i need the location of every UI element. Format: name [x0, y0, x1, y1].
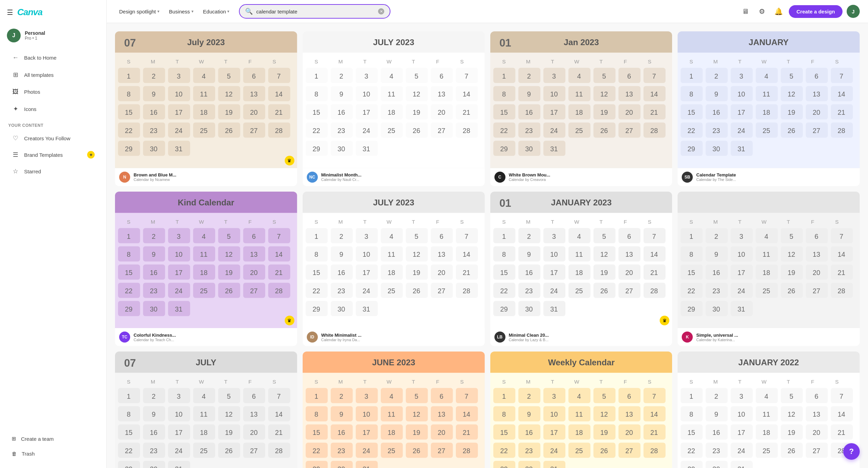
svg-text:M: M: [713, 59, 718, 64]
svg-text:5: 5: [789, 232, 793, 240]
sidebar-item-icons[interactable]: ✦ Icons: [3, 101, 103, 117]
template-card[interactable]: JULY 2023 SMTWTFS 1 2 3 4 5 6 7 8 9 10 1…: [303, 192, 485, 346]
search-bar[interactable]: 🔍 ✕: [239, 4, 390, 19]
sidebar-item-brand-templates[interactable]: ☰ Brand Templates ★: [3, 147, 103, 162]
user-avatar-top[interactable]: J: [847, 5, 860, 18]
template-card[interactable]: JANUARY SMTWTFS 1 2 3 4 5 6 7 8 9 10 11 …: [678, 31, 860, 186]
template-card[interactable]: JUNE 2023 SMTWTFS 1 2 3 4 5 6 7 8 9 10 1…: [303, 352, 485, 468]
svg-text:19: 19: [225, 429, 232, 436]
template-card[interactable]: 01 JANUARY 2023 SMTWTFS 1 2 3 4 5 6 7 8 …: [490, 192, 672, 346]
svg-text:16: 16: [525, 269, 533, 276]
svg-text:22: 22: [125, 127, 133, 134]
sidebar-item-trash[interactable]: 🗑 Trash: [3, 447, 103, 460]
template-card[interactable]: JANUARY 2022 SMTWTFS 1 2 3 4 5 6 7 8 9 1…: [678, 352, 860, 468]
sidebar-item-create-team[interactable]: ⊞ Create a team: [3, 432, 103, 446]
create-design-button[interactable]: Create a design: [789, 5, 843, 18]
svg-text:20: 20: [250, 429, 258, 436]
svg-text:18: 18: [575, 109, 583, 116]
svg-text:15: 15: [688, 109, 695, 116]
svg-text:26: 26: [412, 447, 420, 455]
svg-text:24: 24: [550, 447, 558, 455]
svg-text:19: 19: [412, 429, 420, 436]
svg-text:T: T: [412, 218, 415, 224]
template-thumbnail: JULY 2023 SMTWTFS 1 2 3 4 5 6 7 8 9 10 1…: [303, 31, 485, 168]
sidebar-item-creators-you-follow[interactable]: ♡ Creators You Follow: [3, 131, 103, 146]
svg-text:11: 11: [200, 90, 208, 98]
help-button[interactable]: ?: [843, 443, 860, 460]
svg-text:10: 10: [550, 411, 558, 418]
template-card[interactable]: 07 July 2023 SMTWTFS 1 2 3 4 5 6 7 8 9 1…: [115, 31, 297, 186]
svg-text:6: 6: [439, 393, 443, 400]
svg-text:31: 31: [363, 145, 370, 153]
svg-text:5: 5: [227, 232, 231, 240]
sidebar-item-back-home[interactable]: ← Back to Home: [3, 50, 103, 65]
brand-icon: ☰: [12, 151, 19, 159]
svg-text:8: 8: [502, 251, 506, 258]
search-input[interactable]: [256, 9, 375, 14]
bell-icon[interactable]: 🔔: [772, 5, 785, 18]
svg-text:8: 8: [502, 90, 506, 98]
svg-text:9: 9: [339, 90, 343, 98]
svg-text:12: 12: [412, 411, 420, 418]
svg-text:F: F: [436, 379, 439, 385]
svg-text:12: 12: [600, 251, 608, 258]
template-name: Minimal Clean 20...: [509, 333, 549, 338]
svg-text:18: 18: [200, 429, 208, 436]
svg-text:28: 28: [275, 287, 283, 295]
hamburger-icon[interactable]: ☰: [7, 8, 13, 17]
svg-text:16: 16: [150, 269, 157, 276]
svg-text:T: T: [738, 218, 742, 224]
svg-text:29: 29: [125, 305, 133, 313]
nav-link-business[interactable]: Business ▾: [165, 6, 198, 17]
monitor-icon[interactable]: 🖥: [739, 5, 752, 18]
svg-text:10: 10: [175, 411, 182, 418]
svg-text:5: 5: [789, 72, 793, 80]
svg-text:11: 11: [387, 411, 395, 418]
svg-text:5: 5: [415, 72, 418, 80]
template-card[interactable]: SMTWTFS 1 2 3 4 5 6 7 8 9 10 11 12 13 14…: [678, 192, 860, 346]
star-icon: ☆: [12, 167, 19, 175]
template-name: Calendar Template: [696, 172, 736, 177]
creator-avatar: K: [682, 332, 693, 343]
svg-text:26: 26: [412, 127, 420, 134]
svg-text:17: 17: [738, 109, 745, 116]
svg-text:2: 2: [714, 232, 718, 240]
svg-text:7: 7: [464, 393, 468, 400]
template-card[interactable]: Kind Calendar SMTWTFS 1 2 3 4 5 6 7 8 9 …: [115, 192, 297, 346]
svg-text:F: F: [248, 379, 251, 385]
svg-text:22: 22: [688, 447, 695, 455]
nav-link-design-spotlight[interactable]: Design spotlight ▾: [115, 6, 164, 17]
svg-text:Weekly Calendar: Weekly Calendar: [548, 358, 615, 367]
user-section[interactable]: J Personal Pro • 1: [0, 24, 106, 47]
template-card[interactable]: 07 JULY SMTWTFS 1 2 3 4 5 6 7 8 9 10 11 …: [115, 352, 297, 468]
svg-text:S: S: [127, 218, 130, 224]
template-card[interactable]: Weekly Calendar SMTWTFS 1 2 3 4 5 6 7 8 …: [490, 352, 672, 468]
template-card[interactable]: JULY 2023 SMTWTFS 1 2 3 4 5 6 7 8 9 10 1…: [303, 31, 485, 186]
svg-text:17: 17: [175, 429, 182, 436]
svg-text:M: M: [526, 59, 530, 64]
svg-text:2: 2: [527, 393, 531, 400]
svg-text:10: 10: [363, 411, 370, 418]
svg-text:19: 19: [412, 109, 420, 116]
nav-link-education[interactable]: Education ▾: [199, 6, 234, 17]
sidebar-item-photos[interactable]: 🖼 Photos: [3, 84, 103, 100]
svg-text:7: 7: [277, 72, 281, 80]
svg-text:29: 29: [688, 305, 695, 313]
settings-icon[interactable]: ⚙: [756, 5, 768, 18]
svg-text:5: 5: [602, 72, 606, 80]
svg-text:20: 20: [625, 429, 633, 436]
sidebar-item-starred[interactable]: ☆ Starred: [3, 164, 103, 179]
svg-text:15: 15: [500, 269, 508, 276]
svg-text:M: M: [526, 379, 530, 385]
svg-text:M: M: [713, 218, 718, 224]
svg-text:11: 11: [575, 411, 583, 418]
svg-text:9: 9: [527, 251, 531, 258]
clear-search-button[interactable]: ✕: [378, 8, 384, 14]
template-card[interactable]: 01 Jan 2023 SMTWTFS 1 2 3 4 5 6 7 8 9 10…: [490, 31, 672, 186]
sidebar-item-all-templates[interactable]: ⊞ All templates: [3, 67, 103, 83]
sidebar-item-label: Photos: [24, 89, 40, 95]
svg-text:25: 25: [763, 447, 770, 455]
svg-text:S: S: [127, 59, 130, 64]
template-info: NC Minimalist Month... Calendar by Nauli…: [303, 168, 485, 186]
svg-text:9: 9: [152, 251, 156, 258]
